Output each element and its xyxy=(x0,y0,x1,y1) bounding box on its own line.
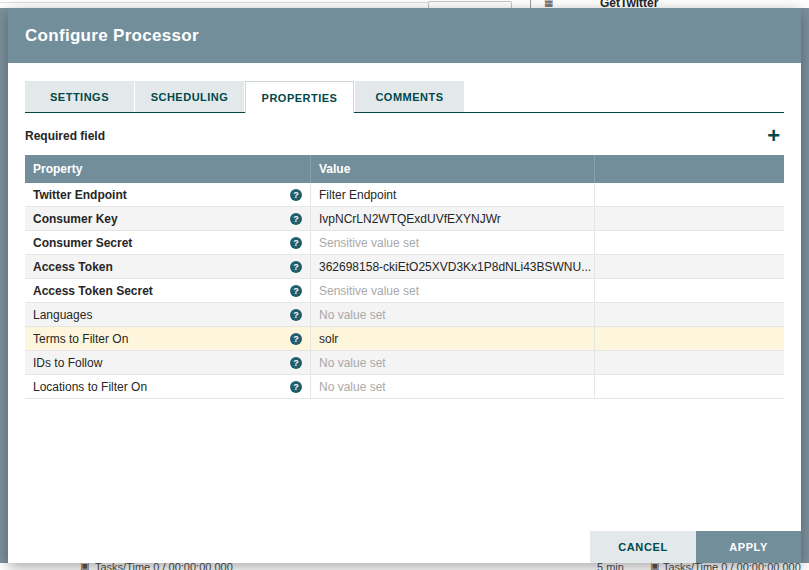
column-header-property: Property xyxy=(25,155,311,183)
add-property-button[interactable]: + xyxy=(763,127,784,145)
row-extra-cell xyxy=(595,351,784,374)
property-name: Languages xyxy=(33,308,92,322)
property-row: Access Token ? 362698158-ckiEtO25XVD3Kx1… xyxy=(25,255,784,279)
property-name: Consumer Secret xyxy=(33,236,132,250)
table-body: Twitter Endpoint ? Filter Endpoint Consu… xyxy=(25,183,784,399)
property-value: No value set xyxy=(319,308,386,322)
property-row: Consumer Key ? IvpNCrLN2WTQExdUVfEXYNJWr xyxy=(25,207,784,231)
background-processor-name: GetTwitter xyxy=(600,0,658,8)
tab-label: PROPERTIES xyxy=(262,92,338,104)
row-extra-cell xyxy=(595,279,784,302)
tasks-icon: ▣ xyxy=(650,563,659,570)
property-name-cell: Consumer Secret ? xyxy=(25,231,311,254)
property-row: Access Token Secret ? Sensitive value se… xyxy=(25,279,784,303)
property-name: Locations to Filter On xyxy=(33,380,147,394)
property-value-cell[interactable]: No value set xyxy=(311,375,595,398)
property-row: Languages ? No value set xyxy=(25,303,784,327)
property-value-cell[interactable]: 362698158-ckiEtO25XVD3Kx1P8dNLi43BSWNU..… xyxy=(311,255,595,278)
dialog-title: Configure Processor xyxy=(25,26,199,46)
property-name: Access Token Secret xyxy=(33,284,153,298)
property-row: Consumer Secret ? Sensitive value set xyxy=(25,231,784,255)
row-extra-cell xyxy=(595,183,784,206)
property-value: solr xyxy=(319,332,338,346)
property-row: Locations to Filter On ? No value set xyxy=(25,375,784,399)
property-value: Filter Endpoint xyxy=(319,188,396,202)
background-schedule: 5 min xyxy=(597,563,624,570)
property-value-cell[interactable]: No value set xyxy=(311,303,595,326)
property-name: IDs to Follow xyxy=(33,356,102,370)
row-extra-cell xyxy=(595,327,784,350)
property-name-cell: Access Token Secret ? xyxy=(25,279,311,302)
property-name: Terms to Filter On xyxy=(33,332,128,346)
help-icon[interactable]: ? xyxy=(290,189,302,201)
help-icon[interactable]: ? xyxy=(290,237,302,249)
row-extra-cell xyxy=(595,375,784,398)
required-field-label: Required field xyxy=(25,129,105,143)
property-value: No value set xyxy=(319,380,386,394)
property-value: 362698158-ckiEtO25XVD3Kx1P8dNLi43BSWNU..… xyxy=(319,260,591,274)
dialog-footer: CANCEL APPLY xyxy=(590,531,801,563)
tab-scheduling[interactable]: SCHEDULING xyxy=(135,81,244,112)
tab-bar: SETTINGS SCHEDULING PROPERTIES COMMENTS xyxy=(25,81,784,113)
help-icon[interactable]: ? xyxy=(290,381,302,393)
tasks-icon: ▣ xyxy=(80,563,89,570)
apply-button[interactable]: APPLY xyxy=(696,531,801,563)
property-value: IvpNCrLN2WTQExdUVfEXYNJWr xyxy=(319,212,501,226)
row-extra-cell xyxy=(595,255,784,278)
configure-processor-dialog: Configure Processor SETTINGS SCHEDULING … xyxy=(8,8,801,563)
background-divider xyxy=(530,0,531,8)
tab-label: COMMENTS xyxy=(375,91,443,103)
help-icon[interactable]: ? xyxy=(290,261,302,273)
property-row: Twitter Endpoint ? Filter Endpoint xyxy=(25,183,784,207)
property-name: Twitter Endpoint xyxy=(33,188,127,202)
property-row: Terms to Filter On ? solr xyxy=(25,327,784,351)
toolbar-divider xyxy=(0,2,430,3)
background-canvas-bottom: ▣ Tasks/Time 0 / 00:00:00.000 5 min ▣ Ta… xyxy=(0,563,809,570)
tab-underline xyxy=(25,112,784,113)
dialog-header: Configure Processor xyxy=(8,8,801,63)
property-name-cell: Locations to Filter On ? xyxy=(25,375,311,398)
property-name-cell: Languages ? xyxy=(25,303,311,326)
processor-icon: ▦ xyxy=(544,0,553,8)
properties-table: Property Value Twitter Endpoint ? Filter… xyxy=(25,155,784,399)
property-value: No value set xyxy=(319,356,386,370)
tab-label: SCHEDULING xyxy=(151,91,229,103)
row-extra-cell xyxy=(595,231,784,254)
property-name-cell: Consumer Key ? xyxy=(25,207,311,230)
property-name-cell: Terms to Filter On ? xyxy=(25,327,311,350)
column-header-extra xyxy=(595,155,784,183)
property-row: IDs to Follow ? No value set xyxy=(25,351,784,375)
property-name-cell: IDs to Follow ? xyxy=(25,351,311,374)
background-control xyxy=(428,1,512,8)
help-icon[interactable]: ? xyxy=(290,357,302,369)
cancel-button[interactable]: CANCEL xyxy=(590,531,696,563)
column-header-value: Value xyxy=(311,155,595,183)
tab-comments[interactable]: COMMENTS xyxy=(355,81,464,112)
property-name: Access Token xyxy=(33,260,113,274)
background-left-stat: Tasks/Time 0 / 00:00:00.000 xyxy=(95,563,233,570)
property-value-cell[interactable]: Filter Endpoint xyxy=(311,183,595,206)
tab-settings[interactable]: SETTINGS xyxy=(25,81,134,112)
property-value: Sensitive value set xyxy=(319,284,419,298)
property-name: Consumer Key xyxy=(33,212,118,226)
property-value-cell[interactable]: solr xyxy=(311,327,595,350)
property-value-cell[interactable]: Sensitive value set xyxy=(311,279,595,302)
help-icon[interactable]: ? xyxy=(290,333,302,345)
help-icon[interactable]: ? xyxy=(290,309,302,321)
background-canvas-top: ▦ GetTwitter xyxy=(0,0,809,8)
property-name-cell: Access Token ? xyxy=(25,255,311,278)
property-value-cell[interactable]: No value set xyxy=(311,351,595,374)
row-extra-cell xyxy=(595,207,784,230)
tab-properties[interactable]: PROPERTIES xyxy=(245,81,354,113)
help-icon[interactable]: ? xyxy=(290,213,302,225)
property-value-cell[interactable]: IvpNCrLN2WTQExdUVfEXYNJWr xyxy=(311,207,595,230)
property-name-cell: Twitter Endpoint ? xyxy=(25,183,311,206)
background-right-stat: Tasks/Time 0 / 00:00:00.000 xyxy=(663,563,801,570)
tab-label: SETTINGS xyxy=(50,91,109,103)
properties-toolbar: Required field + xyxy=(25,127,784,145)
help-icon[interactable]: ? xyxy=(290,285,302,297)
dialog-body: SETTINGS SCHEDULING PROPERTIES COMMENTS … xyxy=(8,63,801,563)
table-header: Property Value xyxy=(25,155,784,183)
property-value-cell[interactable]: Sensitive value set xyxy=(311,231,595,254)
property-value: Sensitive value set xyxy=(319,236,419,250)
